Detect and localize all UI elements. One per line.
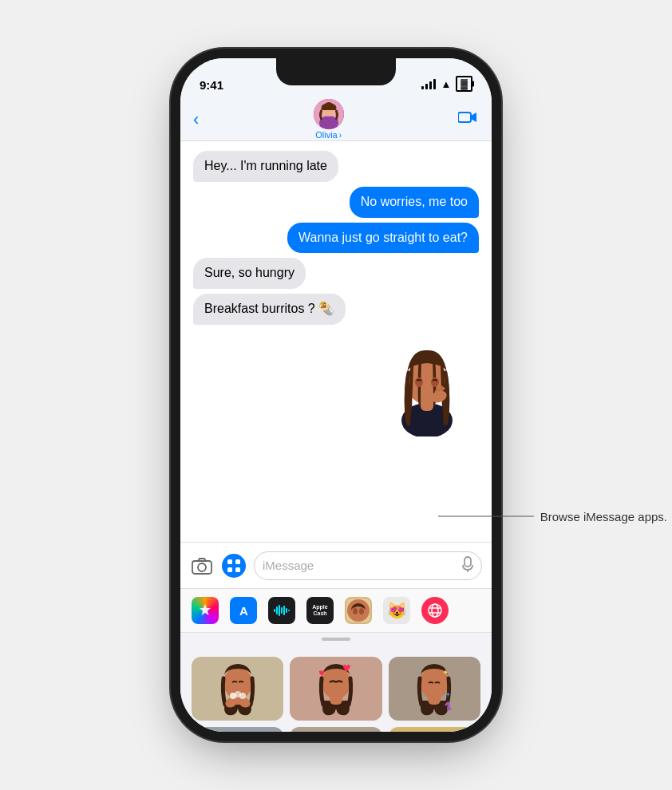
bubble-sent-3: Wanna just go straight to eat? — [287, 223, 479, 254]
status-time: 9:41 — [200, 78, 223, 92]
svg-rect-14 — [235, 559, 240, 564]
sticker-4[interactable] — [192, 727, 283, 732]
sticker-5-image — [312, 731, 360, 732]
memoji-image — [375, 333, 479, 436]
signal-icon — [421, 79, 436, 89]
annotation: Browse iMessage apps. — [438, 509, 667, 523]
sticker-4-image — [214, 731, 262, 732]
audio-icon — [273, 604, 291, 617]
message-row-5: Breakfast burritos ? 🌯 — [193, 294, 479, 325]
mic-icon — [462, 556, 473, 572]
drawer-handle — [322, 638, 350, 641]
camera-button[interactable] — [190, 554, 214, 578]
bubble-received-1: Hey... I'm running late — [193, 151, 338, 182]
apps-icon — [227, 559, 241, 573]
svg-rect-13 — [227, 559, 232, 564]
svg-point-27 — [353, 608, 358, 614]
back-button[interactable]: ‹ — [193, 109, 199, 130]
message-row-4: Sure, so hungry — [193, 258, 479, 289]
memoji-svg — [375, 333, 479, 436]
status-icons: ▲ ▓ — [421, 76, 472, 92]
bubble-sent-2: No worries, me too — [350, 187, 479, 218]
sticker-3-image: ✦ ✦ — [410, 661, 458, 717]
tab-appstore[interactable]: A — [230, 597, 257, 624]
mic-button[interactable] — [462, 556, 473, 575]
sticker-6-image — [410, 731, 458, 732]
tab-memoji[interactable] — [345, 597, 372, 624]
avatar — [314, 99, 344, 129]
svg-rect-22 — [281, 607, 283, 614]
sticker-1[interactable] — [192, 657, 283, 721]
svg-text:♥: ♥ — [318, 666, 325, 679]
svg-rect-21 — [279, 605, 280, 616]
phone-container: 9:41 ▲ ▓ ‹ — [180, 58, 492, 732]
svg-text:✦: ✦ — [442, 668, 449, 677]
svg-point-9 — [431, 377, 439, 387]
annotation-line — [438, 515, 534, 516]
wifi-icon: ▲ — [441, 78, 451, 90]
svg-rect-17 — [464, 557, 471, 567]
apps-button[interactable] — [222, 554, 246, 578]
phone-frame: 9:41 ▲ ▓ ‹ — [180, 58, 492, 732]
contact-info[interactable]: Olivia › — [314, 99, 344, 140]
tab-audio[interactable] — [268, 597, 295, 624]
bubble-received-4: Sure, so hungry — [193, 258, 306, 289]
video-icon — [458, 110, 479, 124]
messages-area: Hey... I'm running late No worries, me t… — [180, 141, 492, 540]
message-row-1: Hey... I'm running late — [193, 151, 479, 182]
video-call-button[interactable] — [458, 110, 479, 128]
avatar-image — [314, 99, 344, 129]
svg-text:♥: ♥ — [342, 661, 351, 676]
camera-icon — [192, 557, 212, 575]
browse-icon — [427, 602, 443, 618]
svg-point-26 — [347, 599, 370, 622]
app-drawer: A Apple Cash — [180, 588, 492, 732]
svg-rect-23 — [283, 606, 285, 615]
message-input[interactable]: iMessage — [254, 551, 482, 580]
drawer-handle-container — [180, 633, 492, 650]
sticker-1-image — [214, 661, 262, 717]
svg-rect-25 — [288, 610, 290, 611]
input-placeholder: iMessage — [263, 559, 314, 572]
svg-rect-19 — [274, 609, 275, 612]
svg-point-28 — [359, 608, 364, 614]
sticker-2[interactable]: ♥ ♥ — [290, 657, 381, 721]
tab-cash[interactable]: Apple Cash — [306, 597, 334, 624]
contact-name: Olivia › — [315, 130, 342, 140]
svg-rect-4 — [458, 113, 471, 122]
message-row-3: Wanna just go straight to eat? — [193, 223, 479, 254]
bubble-received-5: Breakfast burritos ? 🌯 — [193, 294, 346, 325]
sticker-6[interactable] — [389, 727, 480, 732]
svg-rect-16 — [235, 567, 240, 572]
notch — [276, 58, 396, 85]
tab-search-browse[interactable] — [421, 597, 449, 624]
photos-icon — [197, 602, 213, 618]
message-row-2: No worries, me too — [193, 187, 479, 218]
memoji-tab-icon — [347, 599, 370, 622]
svg-point-30 — [432, 604, 438, 617]
app-drawer-tabs: A Apple Cash — [180, 589, 492, 633]
svg-text:✦: ✦ — [445, 691, 451, 698]
tab-photos[interactable] — [192, 597, 219, 624]
sticker-3[interactable]: ✦ ✦ — [389, 657, 480, 721]
svg-point-8 — [415, 377, 423, 387]
annotation-text: Browse iMessage apps. — [534, 509, 667, 523]
svg-rect-15 — [227, 567, 232, 572]
sticker-5[interactable] — [290, 727, 381, 732]
sticker-grid: ♥ ♥ — [180, 650, 492, 732]
svg-point-29 — [429, 604, 441, 617]
battery-icon: ▓ — [456, 76, 472, 92]
svg-point-39 — [239, 693, 246, 699]
nav-bar: ‹ Olivia — [180, 98, 492, 141]
tab-hearts[interactable]: 😻 — [383, 597, 410, 624]
input-bar: iMessage — [180, 542, 492, 588]
memoji-sticker — [193, 333, 479, 436]
sticker-2-image: ♥ ♥ — [312, 661, 360, 717]
svg-rect-24 — [286, 608, 287, 613]
svg-rect-20 — [276, 606, 278, 614]
svg-point-12 — [198, 563, 206, 571]
